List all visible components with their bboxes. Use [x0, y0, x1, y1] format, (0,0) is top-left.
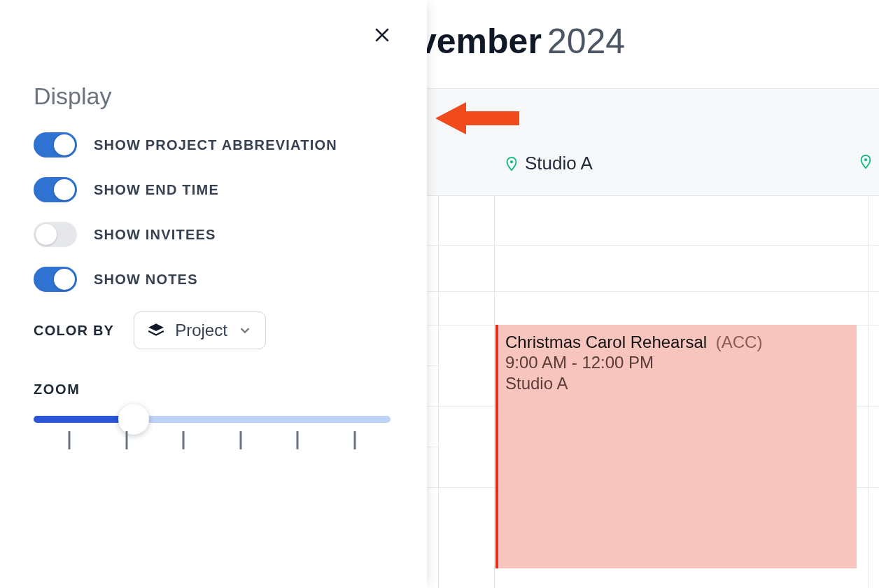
- location-pin-icon: [858, 153, 873, 171]
- zoom-slider-ticks: [34, 431, 391, 452]
- panel-title: Display: [34, 83, 393, 110]
- color-by-label: COLOR BY: [34, 323, 114, 339]
- zoom-label: ZOOM: [34, 382, 393, 398]
- chevron-down-icon: [237, 323, 253, 338]
- close-button[interactable]: [370, 22, 395, 48]
- svg-marker-5: [148, 323, 164, 331]
- zoom-slider[interactable]: [34, 416, 391, 452]
- toggle-show-abbreviation[interactable]: [34, 132, 77, 158]
- toggle-label: SHOW NOTES: [94, 272, 198, 288]
- layers-icon: [147, 321, 165, 340]
- toggle-label: SHOW PROJECT ABBREVIATION: [94, 137, 337, 153]
- calendar-year: 2024: [547, 22, 625, 61]
- location-pin-icon: [504, 155, 519, 173]
- display-settings-panel: Display SHOW PROJECT ABBREVIATION SHOW E…: [0, 0, 427, 588]
- svg-point-1: [864, 158, 867, 161]
- svg-point-0: [510, 160, 513, 163]
- svg-marker-2: [435, 102, 519, 134]
- zoom-slider-thumb[interactable]: [118, 404, 149, 435]
- color-by-value: Project: [175, 321, 227, 340]
- color-by-row: COLOR BY Project: [34, 312, 393, 349]
- color-by-select[interactable]: Project: [134, 312, 266, 349]
- toggle-row-show-end-time: SHOW END TIME: [34, 177, 393, 202]
- toggle-show-notes[interactable]: [34, 267, 77, 292]
- event-location: Studio A: [505, 373, 850, 393]
- column-location-label: Studio A: [504, 153, 593, 174]
- annotation-arrow-icon: [435, 99, 519, 137]
- column-location-text: Studio A: [525, 153, 593, 174]
- toggle-show-invitees[interactable]: [34, 222, 77, 247]
- calendar-month: vember: [417, 22, 542, 61]
- event-time: 9:00 AM - 12:00 PM: [505, 352, 850, 372]
- toggle-row-show-abbreviation: SHOW PROJECT ABBREVIATION: [34, 132, 393, 158]
- toggle-row-show-notes: SHOW NOTES: [34, 267, 393, 292]
- close-icon: [373, 26, 391, 44]
- event-title: Christmas Carol Rehearsal: [505, 332, 707, 351]
- calendar-event[interactable]: Christmas Carol Rehearsal (ACC) 9:00 AM …: [495, 325, 857, 568]
- event-abbreviation: (ACC): [716, 332, 763, 351]
- toggle-row-show-invitees: SHOW INVITEES: [34, 222, 393, 247]
- toggle-label: SHOW END TIME: [94, 182, 219, 198]
- toggle-label: SHOW INVITEES: [94, 227, 216, 243]
- toggle-show-end-time[interactable]: [34, 177, 77, 202]
- calendar-title: vember2024: [417, 21, 625, 62]
